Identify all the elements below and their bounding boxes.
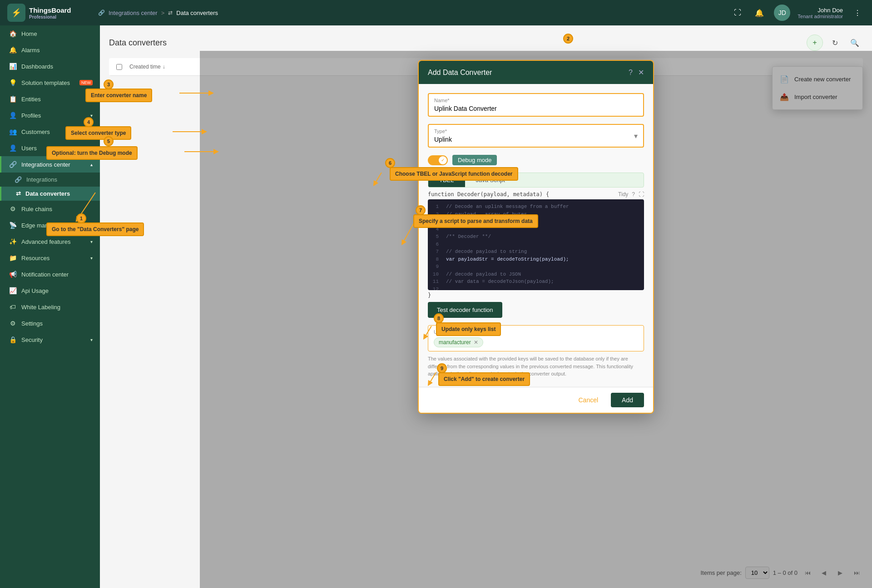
cancel-button[interactable]: Cancel bbox=[571, 393, 605, 407]
javascript-button[interactable]: Java Script bbox=[465, 173, 516, 187]
help-button[interactable]: ? bbox=[629, 69, 633, 77]
code-type-toggle: TBEL Java Script bbox=[428, 173, 644, 188]
chevron-up-icon: ▴ bbox=[90, 162, 93, 167]
customers-icon: 👥 bbox=[9, 128, 17, 135]
chevron-down-icon: ▾ bbox=[90, 337, 93, 342]
keys-hint: The values associated with the provided … bbox=[428, 355, 644, 378]
debug-mode-label: Debug mode bbox=[452, 155, 497, 165]
add-button[interactable]: Add bbox=[611, 393, 644, 407]
data-converters-icon: ⇄ bbox=[16, 190, 21, 197]
add-button[interactable]: + bbox=[807, 35, 823, 51]
sidebar-item-entities[interactable]: 📋 Entities ▾ bbox=[0, 91, 100, 107]
header-actions: + ↻ 🔍 bbox=[807, 35, 863, 51]
settings-icon: ⚙ bbox=[9, 320, 17, 327]
security-icon: 🔒 bbox=[9, 336, 17, 343]
sidebar-item-integrations-center[interactable]: 🔗 Integrations center ▴ bbox=[0, 156, 100, 173]
chevron-down-icon: ▾ bbox=[90, 239, 93, 244]
integrations-center-icon: 🔗 bbox=[9, 161, 17, 168]
sidebar-item-solution-templates[interactable]: 💡 Solution templates NEW bbox=[0, 74, 100, 91]
notifications-button[interactable]: 🔔 bbox=[752, 5, 767, 20]
type-field: Type* Uplink Downlink ▾ bbox=[428, 124, 644, 148]
tidy-button[interactable]: Tidy bbox=[618, 191, 628, 198]
sidebar-item-notification-center[interactable]: 📢 Notification center bbox=[0, 266, 100, 282]
sidebar-item-alarms[interactable]: 🔔 Alarms bbox=[0, 42, 100, 58]
sidebar-item-customers[interactable]: 👥 Customers bbox=[0, 124, 100, 140]
sidebar-item-data-converters[interactable]: ⇄ Data converters bbox=[0, 187, 100, 201]
sidebar-item-label: Home bbox=[21, 30, 37, 37]
code-line: 7// decode payload to string bbox=[431, 248, 640, 256]
select-all-checkbox[interactable] bbox=[116, 64, 122, 70]
code-line: 9 bbox=[431, 263, 640, 271]
sidebar-item-resources[interactable]: 📁 Resources ▾ bbox=[0, 250, 100, 266]
fullscreen-code-button[interactable]: ⛶ bbox=[639, 191, 644, 198]
sidebar: 🏠 Home 🔔 Alarms 📊 Dashboards 💡 Solution … bbox=[0, 25, 100, 588]
page-title: Data converters bbox=[109, 38, 167, 48]
modal-title: Add Data Converter bbox=[428, 69, 492, 77]
modal-header-actions: ? ✕ bbox=[629, 68, 644, 77]
fullscreen-button[interactable]: ⛶ bbox=[730, 5, 745, 20]
sidebar-item-profiles[interactable]: 👤 Profiles ▾ bbox=[0, 107, 100, 124]
code-actions: Tidy ? ⛶ bbox=[618, 191, 644, 198]
code-editor[interactable]: 1// Decode an uplink message from a buff… bbox=[428, 199, 644, 290]
white-labeling-icon: 🏷 bbox=[9, 303, 17, 311]
code-line: 5/** Decoder **/ bbox=[431, 233, 640, 241]
add-data-converter-modal: Add Data Converter ? ✕ Name* Type bbox=[418, 60, 654, 414]
tbel-button[interactable]: TBEL bbox=[428, 173, 465, 187]
sidebar-item-users[interactable]: 👤 Users bbox=[0, 140, 100, 156]
user-info: John Doe Tenant administrator bbox=[798, 7, 843, 19]
sidebar-item-label: Dashboards bbox=[21, 63, 53, 70]
sidebar-item-api-usage[interactable]: 📈 Api Usage bbox=[0, 282, 100, 299]
help-code-button[interactable]: ? bbox=[632, 191, 635, 198]
close-modal-button[interactable]: ✕ bbox=[638, 68, 644, 77]
code-line: 3// metadata - key/value object bbox=[431, 218, 640, 226]
chevron-down-icon: ▾ bbox=[90, 256, 93, 261]
name-input[interactable] bbox=[429, 94, 643, 116]
home-icon: 🏠 bbox=[9, 30, 17, 37]
annotation-2-circle: 2 bbox=[563, 34, 573, 44]
sidebar-item-label: Settings bbox=[21, 320, 43, 327]
sidebar-item-label: Notification center bbox=[21, 271, 69, 278]
modal-body: Name* Type* Uplink Downlink ▾ bbox=[419, 84, 653, 387]
chip-remove-button[interactable]: ✕ bbox=[474, 339, 478, 346]
chevron-down-icon: ▾ bbox=[90, 97, 93, 102]
search-button[interactable]: 🔍 bbox=[847, 35, 863, 51]
test-decoder-button[interactable]: Test decoder function bbox=[428, 302, 502, 318]
code-line: 11// var data = decodeToJson(payload); bbox=[431, 278, 640, 286]
sidebar-item-settings[interactable]: ⚙ Settings bbox=[0, 315, 100, 331]
name-field-wrapper: Name* bbox=[428, 93, 644, 117]
code-line: 6 bbox=[431, 241, 640, 248]
sidebar-item-label: Alarms bbox=[21, 47, 40, 54]
sidebar-item-label: Rule chains bbox=[21, 206, 52, 212]
type-label: Type* bbox=[434, 128, 447, 134]
sidebar-item-security[interactable]: 🔒 Security ▾ bbox=[0, 331, 100, 348]
type-select[interactable]: Uplink Downlink bbox=[429, 125, 643, 147]
notification-center-icon: 📢 bbox=[9, 271, 17, 278]
more-menu-button[interactable]: ⋮ bbox=[850, 5, 865, 20]
debug-toggle[interactable]: ✓ bbox=[428, 155, 448, 165]
sidebar-item-label: Edge management bbox=[21, 222, 71, 229]
debug-row: ✓ Debug mode bbox=[428, 155, 644, 165]
sidebar-item-advanced-features[interactable]: ✨ Advanced features ▾ bbox=[0, 233, 100, 250]
edge-management-icon: 📡 bbox=[9, 222, 17, 229]
logo-area: ⚡ ThingsBoard Professional bbox=[7, 4, 98, 22]
sidebar-item-dashboards[interactable]: 📊 Dashboards bbox=[0, 58, 100, 74]
integrations-icon: 🔗 bbox=[15, 176, 22, 183]
created-time-column-header[interactable]: Created time ↓ bbox=[129, 64, 165, 70]
refresh-button[interactable]: ↻ bbox=[827, 35, 843, 51]
top-navigation: ⚡ ThingsBoard Professional 🔗 Integration… bbox=[0, 0, 872, 25]
code-line: 1// Decode an uplink message from a buff… bbox=[431, 203, 640, 211]
modal-footer: Cancel Add bbox=[419, 387, 653, 413]
solution-templates-icon: 💡 bbox=[9, 79, 17, 86]
keys-field-label: Update only keys list bbox=[434, 329, 638, 335]
code-line: 10// decode payload to JSON bbox=[431, 271, 640, 278]
sidebar-item-rule-chains[interactable]: ⚙ Rule chains bbox=[0, 201, 100, 217]
users-icon: 👤 bbox=[9, 144, 17, 152]
toggle-knob: ✓ bbox=[439, 156, 447, 164]
sidebar-item-edge-management[interactable]: 📡 Edge management bbox=[0, 217, 100, 233]
sidebar-item-integrations[interactable]: 🔗 Integrations bbox=[0, 173, 100, 187]
sidebar-item-label: Customers bbox=[21, 128, 50, 135]
sidebar-item-label: Security bbox=[21, 336, 43, 343]
profiles-icon: 👤 bbox=[9, 112, 17, 119]
sidebar-item-home[interactable]: 🏠 Home bbox=[0, 25, 100, 42]
sidebar-item-white-labeling[interactable]: 🏷 White Labeling bbox=[0, 299, 100, 315]
